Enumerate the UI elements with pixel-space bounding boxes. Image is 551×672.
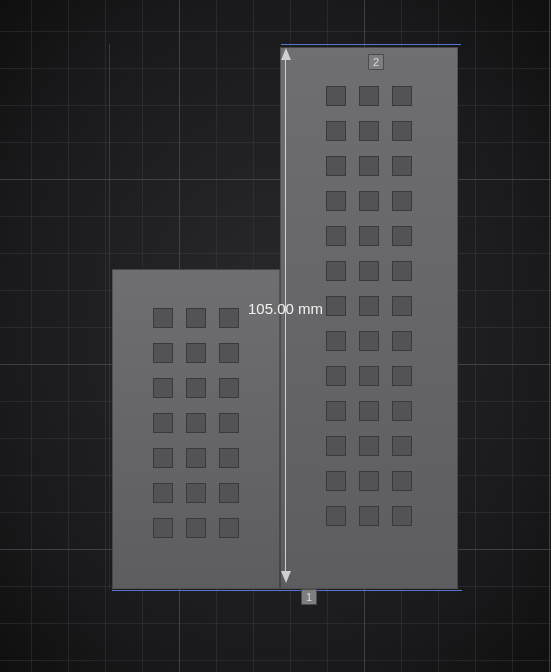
window-cutout <box>359 506 379 526</box>
window-cutout <box>359 401 379 421</box>
window-cutout <box>186 343 206 363</box>
window-cutout <box>392 436 412 456</box>
window-cutout <box>326 156 346 176</box>
window-cutout <box>392 401 412 421</box>
window-cutout <box>359 366 379 386</box>
window-cutout <box>326 366 346 386</box>
window-cutout <box>186 448 206 468</box>
window-cutout <box>153 448 173 468</box>
window-cutout <box>153 518 173 538</box>
window-cutout <box>326 226 346 246</box>
window-cutout <box>186 483 206 503</box>
window-cutout <box>392 471 412 491</box>
window-cutout <box>186 308 206 328</box>
window-cutout <box>359 226 379 246</box>
window-cutout <box>219 413 239 433</box>
window-cutout <box>326 121 346 141</box>
building-left[interactable] <box>112 269 280 589</box>
window-cutout <box>219 343 239 363</box>
axis-y-line <box>109 44 110 589</box>
window-cutout <box>359 156 379 176</box>
window-cutout <box>359 296 379 316</box>
window-cutout <box>326 261 346 281</box>
window-cutout <box>392 226 412 246</box>
building-right-windows <box>326 86 412 526</box>
window-cutout <box>392 506 412 526</box>
window-cutout <box>326 401 346 421</box>
window-cutout <box>186 518 206 538</box>
window-cutout <box>219 518 239 538</box>
window-cutout <box>392 86 412 106</box>
window-cutout <box>359 121 379 141</box>
dimension-ext-line-top <box>281 44 461 45</box>
window-cutout <box>359 331 379 351</box>
dimension-arrowhead-bottom <box>281 571 291 583</box>
window-cutout <box>392 121 412 141</box>
window-cutout <box>392 296 412 316</box>
dimension-ext-line-bottom <box>112 590 462 591</box>
window-cutout <box>153 483 173 503</box>
window-cutout <box>326 471 346 491</box>
window-cutout <box>153 413 173 433</box>
dimension-value-label[interactable]: 105.00 mm <box>245 300 326 317</box>
window-cutout <box>219 378 239 398</box>
window-cutout <box>326 86 346 106</box>
window-cutout <box>153 343 173 363</box>
dimension-endpoint-badge-1[interactable]: 1 <box>301 589 317 605</box>
window-cutout <box>153 378 173 398</box>
window-cutout <box>186 413 206 433</box>
window-cutout <box>392 261 412 281</box>
window-cutout <box>359 436 379 456</box>
window-cutout <box>392 331 412 351</box>
window-cutout <box>153 308 173 328</box>
window-cutout <box>359 471 379 491</box>
window-cutout <box>219 448 239 468</box>
window-cutout <box>326 506 346 526</box>
window-cutout <box>219 483 239 503</box>
window-cutout <box>359 261 379 281</box>
window-cutout <box>326 331 346 351</box>
building-right[interactable] <box>280 47 458 589</box>
window-cutout <box>359 86 379 106</box>
window-cutout <box>326 296 346 316</box>
window-cutout <box>392 156 412 176</box>
window-cutout <box>359 191 379 211</box>
window-cutout <box>219 308 239 328</box>
building-left-windows <box>153 308 239 538</box>
dimension-arrowhead-top <box>281 48 291 60</box>
dimension-endpoint-badge-2[interactable]: 2 <box>368 54 384 70</box>
window-cutout <box>186 378 206 398</box>
window-cutout <box>392 191 412 211</box>
window-cutout <box>392 366 412 386</box>
window-cutout <box>326 436 346 456</box>
window-cutout <box>326 191 346 211</box>
